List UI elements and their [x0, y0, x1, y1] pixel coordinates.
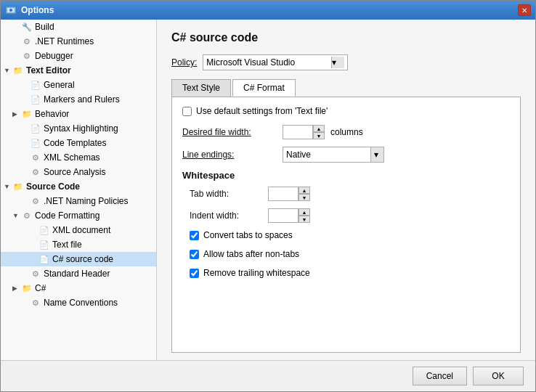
arrow-icon: ▶ — [12, 285, 21, 292]
options-window: Options ✕ 🔧 Build ⚙ .NET Runtimes ⚙ Debu… — [0, 0, 536, 392]
sidebar-item-source-code[interactable]: ▼ 📁 Source Code — [1, 179, 156, 194]
spinner-buttons: ▲ ▼ — [299, 208, 310, 223]
policy-select[interactable]: Microsoft Visual Studio ▾ — [203, 54, 348, 70]
gear-icon: ⚙ — [30, 195, 41, 207]
sidebar-item-xml-schemas[interactable]: ⚙ XML Schemas — [1, 150, 156, 165]
ok-button[interactable]: OK — [473, 367, 524, 385]
increment-button[interactable]: ▲ — [299, 187, 310, 194]
sidebar-item-debugger[interactable]: ⚙ Debugger — [1, 49, 156, 63]
sidebar-item-behavior[interactable]: ▶ 📁 Behavior — [1, 107, 156, 121]
sidebar-item-name-conventions[interactable]: ⚙ Name Conventions — [1, 295, 156, 310]
folder-icon: 📁 — [12, 181, 24, 192]
window-icon — [5, 4, 17, 16]
gear-icon: ⚙ — [30, 166, 41, 178]
remove-trailing-label: Remove trailing whitespace — [203, 268, 310, 278]
file-icon: 📄 — [38, 253, 50, 265]
folder-icon: 📁 — [21, 108, 33, 120]
file-width-label: Desired file width: — [182, 127, 277, 137]
sidebar-item-syntax-highlighting[interactable]: 📄 Syntax Highlighting — [1, 121, 156, 136]
sidebar-item-net-naming[interactable]: ⚙ .NET Naming Policies — [1, 194, 156, 208]
file-icon: 📄 — [30, 79, 41, 91]
expand-arrow-icon: ▼ — [4, 67, 12, 74]
sidebar-item-text-file[interactable]: 📄 Text file — [1, 237, 156, 252]
tab-csharp-format[interactable]: C# Format — [232, 79, 296, 97]
decrement-button[interactable]: ▼ — [299, 194, 310, 201]
sidebar-item-label: Text Editor — [26, 65, 71, 75]
sidebar-item-label: Source Code — [26, 181, 80, 192]
line-endings-select[interactable]: Native ▾ — [283, 147, 384, 163]
policy-dropdown-btn[interactable]: ▾ — [331, 57, 344, 68]
wrench-icon: 🔧 — [21, 21, 33, 33]
remove-trailing-checkbox[interactable] — [190, 269, 199, 278]
tab-text-style[interactable]: Text Style — [171, 79, 231, 97]
chevron-down-icon: ▾ — [332, 57, 344, 68]
increment-button[interactable]: ▲ — [299, 208, 310, 216]
policy-label: Policy: — [171, 57, 197, 68]
sidebar-item-label: C# — [35, 283, 46, 293]
footer: Cancel OK — [1, 360, 535, 391]
tab-width-row: Tab width: 4 ▲ ▼ — [190, 187, 510, 201]
gear-icon: ⚙ — [30, 268, 41, 279]
line-endings-dropdown-btn[interactable]: ▾ — [370, 147, 383, 162]
gear-icon: ⚙ — [21, 210, 33, 221]
decrement-button[interactable]: ▼ — [299, 216, 310, 223]
sidebar-item-xml-document[interactable]: 📄 XML document — [1, 223, 156, 237]
sidebar-item-label: Code Templates — [44, 138, 107, 148]
convert-tabs-checkbox[interactable] — [190, 231, 199, 240]
use-default-row: Use default settings from 'Text file' — [182, 106, 510, 116]
sidebar-item-net-runtimes[interactable]: ⚙ .NET Runtimes — [1, 34, 156, 49]
sidebar-item-markers-rulers[interactable]: 📄 Markers and Rulers — [1, 92, 156, 107]
sidebar-item-label: Build — [35, 22, 54, 32]
sidebar-item-code-templates[interactable]: 📄 Code Templates — [1, 136, 156, 150]
decrement-button[interactable]: ▼ — [313, 132, 325, 139]
indent-width-input[interactable]: 4 — [268, 208, 299, 223]
sidebar-item-label: Name Conventions — [44, 298, 118, 308]
gear-icon: ⚙ — [30, 152, 41, 163]
gear-icon: ⚙ — [21, 36, 33, 47]
sidebar-item-standard-header[interactable]: ⚙ Standard Header — [1, 266, 156, 281]
window-title: Options — [21, 5, 54, 15]
remove-trailing-row: Remove trailing whitespace — [190, 268, 510, 278]
sidebar-item-build[interactable]: 🔧 Build — [1, 20, 156, 34]
sidebar-item-general[interactable]: 📄 General — [1, 78, 156, 92]
svg-point-2 — [9, 9, 12, 12]
expand-arrow-icon: ▼ — [12, 212, 21, 219]
sidebar-item-csharp[interactable]: ▶ 📁 C# — [1, 281, 156, 295]
main-panel: C# source code Policy: Microsoft Visual … — [157, 20, 535, 360]
increment-button[interactable]: ▲ — [313, 125, 325, 132]
file-width-row: Desired file width: 80 ▲ ▼ columns — [182, 125, 510, 139]
sidebar-item-label: Code Formatting — [35, 211, 100, 221]
use-default-checkbox[interactable] — [182, 107, 192, 116]
allow-tabs-row: Allow tabs after non-tabs — [190, 249, 510, 259]
sidebar-item-csharp-source[interactable]: 📄 C# source code — [1, 252, 156, 266]
close-button[interactable]: ✕ — [518, 4, 531, 16]
spinner-buttons: ▲ ▼ — [299, 187, 310, 201]
cancel-button[interactable]: Cancel — [413, 367, 467, 385]
sidebar-item-label: XML document — [52, 225, 110, 235]
sidebar-item-code-formatting[interactable]: ▼ ⚙ Code Formatting — [1, 208, 156, 223]
line-endings-row: Line endings: Native ▾ — [182, 147, 510, 163]
sidebar-item-label: .NET Naming Policies — [44, 196, 128, 206]
line-endings-value: Native — [283, 150, 370, 160]
indent-width-row: Indent width: 4 ▲ ▼ — [190, 208, 510, 223]
panel-title: C# source code — [171, 31, 521, 44]
title-bar: Options ✕ — [1, 1, 535, 20]
folder-icon: 📁 — [12, 65, 24, 76]
tab-width-input[interactable]: 4 — [268, 187, 299, 201]
allow-tabs-label: Allow tabs after non-tabs — [203, 249, 299, 259]
file-icon: 📄 — [38, 239, 50, 250]
file-width-input[interactable]: 80 — [283, 125, 313, 139]
allow-tabs-checkbox[interactable] — [190, 250, 199, 259]
gear-icon: ⚙ — [30, 297, 41, 309]
policy-value: Microsoft Visual Studio — [206, 57, 331, 68]
use-default-label: Use default settings from 'Text file' — [196, 106, 328, 116]
file-icon: 📄 — [38, 224, 50, 236]
title-bar-left: Options — [5, 4, 54, 16]
sidebar-item-text-editor[interactable]: ▼ 📁 Text Editor — [1, 63, 156, 78]
folder-icon: 📁 — [21, 282, 33, 294]
gear-icon: ⚙ — [21, 50, 33, 62]
sidebar-item-source-analysis[interactable]: ⚙ Source Analysis — [1, 165, 156, 179]
expand-arrow-icon: ▼ — [4, 183, 12, 190]
sidebar-item-label: Markers and Rulers — [44, 94, 120, 105]
sidebar-item-label: Debugger — [35, 51, 73, 61]
